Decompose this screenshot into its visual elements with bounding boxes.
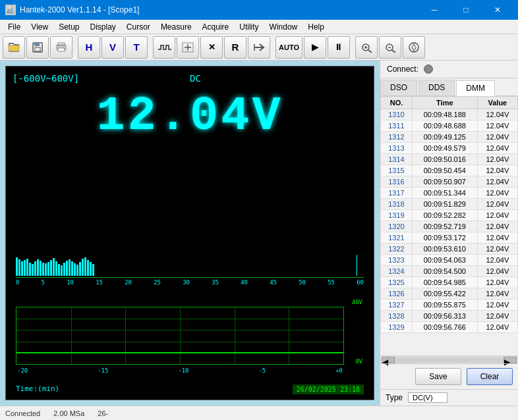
- svg-rect-5: [58, 48, 65, 51]
- V-btn[interactable]: V: [101, 36, 124, 59]
- svg-point-17: [412, 45, 416, 49]
- print-btn[interactable]: [50, 36, 72, 59]
- auto-btn[interactable]: AUTO: [275, 36, 302, 59]
- table-row: 131500:09:50.45412.04V: [381, 165, 518, 176]
- minimize-button[interactable]: ─: [419, 0, 449, 20]
- dmm-mode-label: DC: [190, 73, 201, 84]
- pause-btn[interactable]: ⏸: [328, 36, 350, 59]
- chart-waveform: [16, 307, 343, 364]
- table-row: 132200:09:53.61012.04V: [381, 244, 518, 255]
- hist-bar: [69, 259, 71, 276]
- tab-dds[interactable]: DDS: [418, 80, 455, 95]
- h-scroll-bar[interactable]: ◀ ▶: [380, 355, 518, 363]
- toolbar: H V T ✕ R AUTO ▶ ⏸: [0, 34, 518, 61]
- tab-dmm[interactable]: DMM: [456, 80, 495, 96]
- hist-bar: [21, 261, 23, 276]
- title-bar: 🔬 Hantek-2000 Ver1.1.14 - [Scope1] ─ □ ✕: [0, 0, 518, 20]
- hist-bar: [50, 260, 52, 276]
- menu-setup[interactable]: Setup: [53, 20, 84, 34]
- menu-help[interactable]: Help: [302, 20, 330, 34]
- save-btn[interactable]: [26, 36, 49, 59]
- menu-view[interactable]: View: [26, 20, 53, 34]
- table-row: 132700:09:55.87512.04V: [381, 300, 518, 311]
- bottom-button-bar: Save Clear: [380, 363, 518, 389]
- table-row: 131700:09:51.34412.04V: [381, 188, 518, 199]
- table-row: 132600:09:55.42212.04V: [381, 288, 518, 300]
- hist-bar: [58, 264, 60, 276]
- right-panel: Connect: DSO DDS DMM NO. Time Value 1310…: [380, 61, 518, 406]
- table-row: 131800:09:51.82912.04V: [381, 199, 518, 210]
- col-no: NO.: [381, 97, 413, 109]
- col-value: Value: [477, 97, 517, 109]
- H-btn[interactable]: H: [78, 36, 100, 59]
- connect-label: Connect:: [387, 65, 418, 74]
- hist-bar: [84, 257, 86, 276]
- menu-acquire[interactable]: Acquire: [197, 20, 235, 34]
- data-table-container[interactable]: NO. Time Value 131000:09:48.18812.04V131…: [380, 96, 518, 355]
- data-table: NO. Time Value 131000:09:48.18812.04V131…: [380, 96, 518, 333]
- hist-bar: [61, 265, 63, 276]
- status-extra: 26-: [98, 409, 108, 417]
- cross-btn[interactable]: ✕: [200, 36, 223, 59]
- svg-line-14: [392, 50, 395, 53]
- ch1-btn[interactable]: [153, 36, 175, 59]
- save-button[interactable]: Save: [415, 368, 461, 385]
- table-row: 131400:09:50.01612.04V: [381, 154, 518, 165]
- hist-bar: [29, 263, 31, 276]
- close-button[interactable]: ✕: [482, 0, 513, 20]
- panel-tabs: DSO DDS DMM: [380, 78, 518, 96]
- zoom-out-btn[interactable]: [379, 36, 401, 59]
- table-row: 132100:09:53.17212.04V: [381, 232, 518, 244]
- hist-bar: [92, 264, 94, 276]
- tab-dso[interactable]: DSO: [380, 80, 417, 95]
- hist-bar: [55, 261, 57, 276]
- connect-bar: Connect:: [380, 61, 518, 78]
- scroll-right-btn[interactable]: ▶: [504, 357, 517, 363]
- y-max-label: 40V: [352, 299, 362, 305]
- T-btn[interactable]: T: [125, 36, 148, 59]
- ref-btn[interactable]: R: [224, 36, 246, 59]
- window-title: Hantek-2000 Ver1.1.14 - [Scope1]: [20, 5, 139, 14]
- status-bar: Connected 2.00 MSa 26-: [0, 406, 518, 420]
- clear-button[interactable]: Clear: [467, 368, 513, 385]
- y-zero-label: 0V: [355, 358, 362, 365]
- maximize-button[interactable]: □: [451, 0, 481, 20]
- hist-bar: [74, 263, 76, 276]
- table-row: 132000:09:52.71912.04V: [381, 221, 518, 232]
- menu-file[interactable]: File: [3, 20, 26, 34]
- table-row: 132800:09:56.31312.04V: [381, 311, 518, 322]
- hist-bar: [45, 263, 47, 276]
- type-label: Type: [386, 393, 403, 402]
- recall-btn[interactable]: [248, 36, 270, 59]
- hist-bar: [32, 264, 34, 276]
- menu-window[interactable]: Window: [264, 20, 303, 34]
- menu-cursor[interactable]: Cursor: [121, 20, 156, 34]
- scroll-left-btn[interactable]: ◀: [382, 357, 395, 363]
- chart-grid: [16, 307, 344, 365]
- svg-rect-2: [35, 47, 40, 51]
- app-icon: 🔬: [5, 5, 16, 15]
- hist-bar: [40, 261, 42, 276]
- table-row: 131300:09:49.57912.04V: [381, 143, 518, 154]
- math-btn[interactable]: [177, 36, 199, 59]
- run-btn[interactable]: ▶: [304, 36, 326, 59]
- table-row: 132400:09:54.50012.04V: [381, 266, 518, 277]
- x-scale: -20 -15 -10 -5 +0: [16, 367, 344, 374]
- status-connected: Connected: [5, 409, 40, 417]
- analyze-btn[interactable]: [403, 36, 425, 59]
- table-row: 132500:09:54.98512.04V: [381, 277, 518, 288]
- menu-measure[interactable]: Measure: [156, 20, 197, 34]
- hist-bar: [34, 261, 36, 276]
- menu-utility[interactable]: Utility: [234, 20, 264, 34]
- hist-bar: [47, 262, 49, 276]
- histogram-area: 0 5 10 15 20 25 30 35 40 45 50 55 60: [16, 255, 364, 294]
- menu-display[interactable]: Display: [85, 20, 121, 34]
- scope-inner: [-600V~600V] DC 12.04V: [5, 66, 374, 400]
- zoom-in-btn[interactable]: [355, 36, 378, 59]
- scope-bottom: Time:(min) 26/02/2025 23:18: [16, 384, 364, 394]
- scope-display: [-600V~600V] DC 12.04V: [0, 61, 380, 406]
- status-sample-rate: 2.00 MSa: [53, 409, 84, 417]
- scroll-track: [395, 357, 504, 363]
- open-btn[interactable]: [3, 36, 25, 59]
- hist-bar: [82, 259, 84, 276]
